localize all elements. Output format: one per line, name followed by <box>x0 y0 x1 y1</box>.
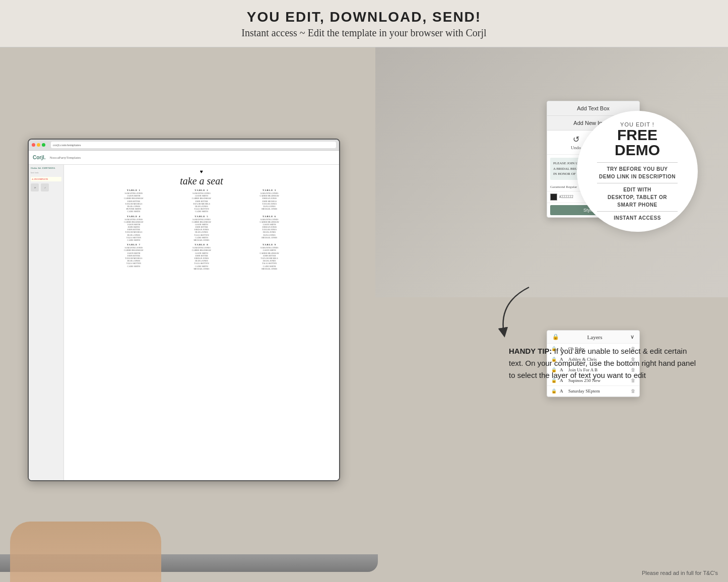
seating-title: take a seat <box>101 175 302 187</box>
layers-header: 🔒 Layers ∨ <box>547 331 639 344</box>
handy-tip-text: HANDY TIP: If you are unable to select &… <box>509 345 700 381</box>
demo-divider-1 <box>597 162 678 163</box>
layer-delete-4[interactable]: 🗑 <box>631 389 635 394</box>
layer-lock-icon-4: 🔒 <box>551 389 557 394</box>
table-guests-6: SAMANTHA JONESCARRIE BRADSHAWJASON SMITH… <box>236 218 302 239</box>
layer-item-4[interactable]: 🔒 A Saturday SEptem 🗑 <box>547 386 639 397</box>
color-swatch[interactable] <box>550 193 557 201</box>
table-6: TABLE 6SAMANTHA JONESCARRIE BRADSHAWJASO… <box>236 215 302 242</box>
top-banner: YOU EDIT, DOWNLOAD, SEND! Instant access… <box>0 0 728 47</box>
minimize-dot <box>37 143 40 147</box>
background-area: corjl.com/templates Corjl. NoocaPartyTem… <box>0 45 728 582</box>
table-guests-8: SAMANTHA JONESCARRIE BRADSHAWJASON SMITH… <box>169 246 235 270</box>
browser-bar: corjl.com/templates <box>29 140 339 151</box>
table-9: TABLE 9SAMANTHA JONESJASON SMITHCARRIE B… <box>236 243 302 270</box>
layers-label: Layers <box>587 334 603 340</box>
handy-tip-label: HANDY TIP: <box>509 347 552 355</box>
table-8: TABLE 8SAMANTHA JONESCARRIE BRADSHAWJASO… <box>169 243 235 270</box>
demo-devices: DESKTOP, TABLET OR <box>608 193 667 201</box>
table-name-7: TABLE 7 <box>101 243 167 246</box>
url-bar: corjl.com/templates <box>51 142 336 148</box>
handy-tip-section: HANDY TIP: If you are unable to select &… <box>509 345 700 381</box>
free-demo-circle: YOU EDIT ! FREE DEMO TRY BEFORE YOU BUY … <box>577 111 698 232</box>
sidebar-sub: best fonts <box>31 171 61 174</box>
table-guests-2: SAMANTHA JONESJASON SMITHCARRIE BRADSHAW… <box>169 192 235 213</box>
laptop-content: Corjl. NoocaPartyTemplates Order Id: 150… <box>29 151 339 480</box>
table-7: TABLE 7SAMANTHA JONESCARRIE BRADSHAWJASO… <box>101 243 167 270</box>
undo-icon: ↺ <box>573 135 579 144</box>
arrow-to-layers <box>489 282 539 343</box>
table-name-3: TABLE 3 <box>236 189 302 191</box>
layer-name-4: Saturday SEptem <box>568 389 628 394</box>
expand-dot <box>42 143 45 147</box>
close-dot <box>32 143 35 147</box>
laptop-screen: corjl.com/templates Corjl. NoocaPartyTem… <box>28 139 340 481</box>
subheadline: Instant access ~ Edit the template in yo… <box>0 27 728 39</box>
table-guests-1: SAMANTHA JONESJASON SMITHCARRIE BRADSHAW… <box>101 192 167 213</box>
demo-instant-access: INSTANT ACCESS <box>614 214 661 222</box>
sidebar-icon-2: ✓ <box>41 183 49 191</box>
table-guests-9: SAMANTHA JONESJASON SMITHCARRIE BRADSHAW… <box>236 246 302 270</box>
sidebar-incomplete: ⚠ INCOMPLETE <box>31 177 61 181</box>
settings-label: Garamond Regular <box>550 185 577 189</box>
demo-edit-with: EDIT WITH <box>623 186 651 193</box>
table-name-5: TABLE 5 <box>169 215 235 218</box>
hand <box>10 522 161 582</box>
seating-chart: ♥ take a seat TABLE 1SAMANTHA JONESJASON… <box>101 169 302 270</box>
corjl-logo: Corjl. <box>33 155 46 160</box>
laptop: corjl.com/templates Corjl. NoocaPartyTem… <box>0 128 363 582</box>
sidebar-order: Order Id: 150975819A <box>31 167 61 169</box>
tables-grid: TABLE 1SAMANTHA JONESJASON SMITHCARRIE B… <box>101 189 302 270</box>
table-2: TABLE 2SAMANTHA JONESJASON SMITHCARRIE B… <box>169 189 235 213</box>
layer-type-4: A <box>560 389 566 394</box>
bottom-right-disclaimer: Please read ad in full for T&C's <box>642 570 718 576</box>
demo-smart-phone: SMART PHONE <box>617 201 657 209</box>
headline: YOU EDIT, DOWNLOAD, SEND! <box>0 9 728 25</box>
sidebar-icon-1: ⟳ <box>31 183 39 191</box>
undo-tool[interactable]: ↺ Undo <box>571 135 581 150</box>
demo-divider-2 <box>597 183 678 183</box>
editor-canvas: ♥ take a seat TABLE 1SAMANTHA JONESJASON… <box>64 165 339 480</box>
table-5: TABLE 5SAMANTHA JONESCARRIE BRADSHAWJASO… <box>169 215 235 242</box>
table-1: TABLE 1SAMANTHA JONESJASON SMITHCARRIE B… <box>101 189 167 213</box>
table-name-8: TABLE 8 <box>169 243 235 246</box>
table-guests-5: SAMANTHA JONESCARRIE BRADSHAWJASON SMITH… <box>169 218 235 242</box>
demo-divider-3 <box>597 211 678 212</box>
corjl-header: Corjl. NoocaPartyTemplates <box>29 151 339 165</box>
table-guests-3: SAMANTHA JONESCARRIE BRADSHAWJORDAN JONE… <box>236 192 302 210</box>
table-name-9: TABLE 9 <box>236 243 302 246</box>
layers-chevron: ∨ <box>630 334 634 340</box>
table-name-2: TABLE 2 <box>169 189 235 191</box>
demo-link: DEMO LINK IN DESCRIPTION <box>599 173 676 180</box>
table-4: TABLE 4SAMANTHA JONESCARRIE BRADSHAWJASO… <box>101 215 167 242</box>
table-guests-7: SAMANTHA JONESCARRIE BRADSHAWJASON SMITH… <box>101 246 167 268</box>
seating-heart: ♥ <box>101 169 302 174</box>
table-name-6: TABLE 6 <box>236 215 302 218</box>
table-name-1: TABLE 1 <box>101 189 167 191</box>
table-3: TABLE 3SAMANTHA JONESCARRIE BRADSHAWJORD… <box>236 189 302 213</box>
demo-demo: DEMO <box>615 143 660 158</box>
editor-area: Order Id: 150975819A best fonts ⚠ INCOMP… <box>29 165 339 480</box>
sidebar-actions: ⟳ ✓ <box>31 183 61 191</box>
table-name-4: TABLE 4 <box>101 215 167 218</box>
layers-title: 🔒 <box>552 334 559 340</box>
corjl-nav-text: NoocaPartyTemplates <box>50 156 81 160</box>
demo-try-before: TRY BEFORE YOU BUY <box>607 165 668 173</box>
undo-label: Undo <box>571 145 581 150</box>
editor-sidebar: Order Id: 150975819A best fonts ⚠ INCOMP… <box>29 165 64 480</box>
table-guests-4: SAMANTHA JONESCARRIE BRADSHAWJASON SMITH… <box>101 218 167 242</box>
demo-free: FREE <box>617 127 657 143</box>
color-value: #222222 <box>559 195 573 199</box>
